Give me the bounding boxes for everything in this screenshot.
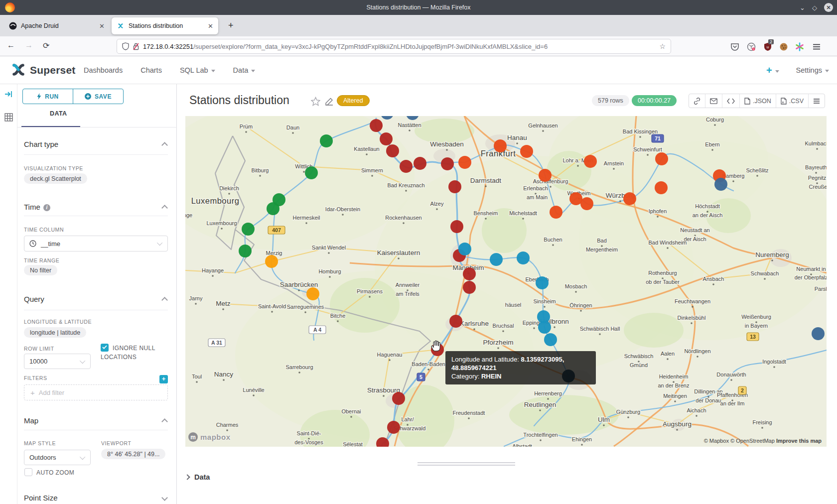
forest-area [415,119,474,143]
map-town-dot [657,216,659,218]
map-city-label: Saint-Avold [258,303,286,309]
reload-button[interactable]: ⟳ [43,41,49,50]
data-results-collapse[interactable]: Data [185,473,210,481]
section-query[interactable]: Query [24,295,44,303]
road-shield-label: 5 [419,374,422,380]
map-canvas[interactable]: PrümDaunNastättenKastellaunWiesbadenGeln… [185,116,827,447]
insecure-lock-icon[interactable] [133,43,139,50]
forest-area [624,313,684,348]
nav-item-sql-lab[interactable]: SQL Lab [180,66,215,74]
map-city-label: des-Vosges [294,439,323,445]
edit-pencil-icon[interactable] [325,98,333,106]
window-close-icon[interactable]: ✕ [824,3,833,12]
superset-brand[interactable]: Superset [30,64,75,76]
viz-type-value[interactable]: deck.gl Scatterplot [24,173,87,184]
time-range-value[interactable]: No filter [24,265,57,275]
email-button[interactable] [705,94,722,108]
add-filter-plus-button[interactable]: + [159,375,168,383]
altered-badge[interactable]: Altered [337,95,370,106]
settings-menu[interactable]: Settings [796,66,829,74]
collapse-icon[interactable] [161,205,168,211]
favorite-star-icon[interactable] [311,97,320,106]
map-city-label: häusel [505,302,521,308]
time-column-label: TIME COLUMN [24,227,64,233]
bookmark-star-icon[interactable]: ☆ [659,42,666,50]
run-button[interactable]: RUN [23,89,73,104]
nav-item-data[interactable]: Data [233,66,256,74]
nav-item-dashboards[interactable]: Dashboards [84,66,123,74]
save-button[interactable]: SAVE [73,89,123,104]
resize-handle[interactable] [418,462,515,467]
containers-icon[interactable] [747,42,756,51]
hamburger-icon [813,98,820,104]
map-point-neckar [458,243,471,255]
viz-type-label: VISUALIZATION TYPE [24,165,83,171]
mapbox-logo[interactable]: m mapbox [188,432,231,442]
cookie-icon[interactable] [779,42,788,51]
chart-menu-button[interactable] [809,94,825,108]
forward-button[interactable]: → [25,41,33,50]
embed-code-button[interactable] [722,94,740,108]
tab-stations-distribution[interactable]: Stations distribution ✕ [112,17,218,34]
map-town-dot [674,400,676,402]
expand-panel-icon[interactable] [4,90,12,98]
map-city-label: Nastätten [398,122,421,128]
expand-icon[interactable] [161,495,168,501]
map-city-label: Sinsheim [533,298,556,304]
collapse-icon[interactable] [161,297,168,303]
pocket-icon[interactable] [730,42,739,51]
tab-close-icon[interactable]: ✕ [201,22,213,30]
time-column-select[interactable]: __time [24,236,168,252]
section-point-size[interactable]: Point Size [24,494,58,502]
nav-item-charts[interactable]: Charts [140,66,162,74]
tab-apache-druid[interactable]: Apache Druid ✕ [4,17,110,34]
map-city-label: Hermeskeil [292,215,320,221]
collapse-icon[interactable] [161,418,168,425]
auto-zoom-checkbox[interactable] [24,468,32,476]
new-tab-button[interactable]: + [228,21,234,30]
row-count-badge: 579 rows [592,95,629,106]
forest-area [330,278,400,333]
map-town-dot [436,208,438,210]
url-bar[interactable]: 172.18.0.4:32251/superset/explore/?form_… [117,39,671,54]
map-town-dot [547,398,549,400]
window-minimize-icon[interactable]: ⌄ [800,4,805,11]
add-new-button[interactable]: + [766,65,779,76]
collapse-icon[interactable] [161,142,168,148]
add-filter-box[interactable]: + Add filter [24,384,168,400]
map-attribution[interactable]: © Mapbox © OpenStreetMap Improve this ma… [704,438,822,444]
map-point-rhein [386,144,399,157]
menu-icon[interactable] [812,42,821,51]
section-time[interactable]: Timei [24,203,50,211]
map-city-label: der Aisch [684,236,706,242]
section-chart-type[interactable]: Chart type [24,140,58,148]
ignore-null-checkbox[interactable] [101,344,109,352]
map-city-label: Hanau [507,134,527,141]
viewport-value[interactable]: 8° 46' 45.28" | 49... [101,449,165,459]
tab-data[interactable]: DATA [50,110,67,117]
tab-close-icon[interactable]: ✕ [92,22,105,30]
export-json-button[interactable]: .JSON [740,94,776,108]
back-button[interactable]: ← [7,41,15,50]
row-limit-select[interactable]: 10000 [24,354,91,369]
road-shield-label: 2 [741,387,744,393]
map-point-neckar [490,253,503,266]
lonlat-value[interactable]: longitude | latitude [24,327,86,338]
extension-star-icon[interactable] [795,42,804,51]
map-city-label: Sarreguemines [287,304,324,310]
info-icon: i [43,204,50,211]
dataset-grid-icon[interactable] [4,113,13,122]
map-style-select[interactable]: Outdoors [24,450,91,465]
map-city-label: Höchstadt [695,203,720,209]
ublock-icon[interactable]: u 2 [763,42,772,51]
map-town-dot [539,409,541,411]
map-town-dot [337,320,339,322]
copy-link-button[interactable] [689,94,705,108]
map-city-label: Daun [286,125,299,130]
export-csv-button[interactable]: .CSV [776,94,809,108]
window-maximize-icon[interactable]: ◇ [812,4,817,11]
map-town-dot [195,303,197,305]
section-map[interactable]: Map [24,416,38,425]
superset-logo-icon [9,63,28,77]
tracking-shield-icon[interactable] [122,42,129,50]
